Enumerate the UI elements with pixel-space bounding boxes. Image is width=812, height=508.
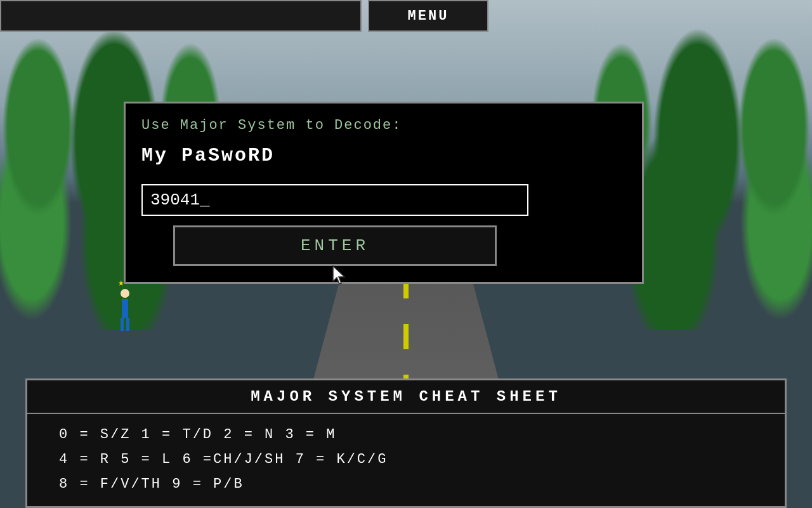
dialog-prompt: Use Major System to Decode: xyxy=(141,116,626,136)
cheat-row-1: 0 = S/Z 1 = T/D 2 = N 3 = M xyxy=(59,424,766,445)
svg-marker-0 xyxy=(333,266,344,284)
cheat-sheet-header: MAJOR SYSTEM CHEAT SHEET xyxy=(27,380,785,414)
bottom-panel: MAJOR SYSTEM CHEAT SHEET 0 = S/Z 1 = T/D… xyxy=(25,378,787,508)
menu-button-label: MENU xyxy=(408,8,449,24)
enter-button[interactable]: ENTER xyxy=(173,225,497,266)
dialog-box: Use Major System to Decode: My PaSwoRD E… xyxy=(124,102,644,284)
figure-head: ★ xyxy=(121,289,129,298)
answer-input[interactable] xyxy=(141,184,528,216)
figure-leg-right xyxy=(126,318,129,331)
dialog-word: My PaSwoRD xyxy=(141,145,626,166)
top-bar: MENU xyxy=(0,0,812,32)
figure-body xyxy=(122,299,128,318)
player-figure: ★ xyxy=(115,289,134,340)
menu-button[interactable]: MENU xyxy=(368,0,488,32)
cheat-sheet-content: 0 = S/Z 1 = T/D 2 = N 3 = M 4 = R 5 = L … xyxy=(27,414,785,506)
top-left-panel xyxy=(0,0,362,32)
cheat-row-3: 8 = F/V/TH 9 = P/B xyxy=(59,474,766,495)
figure-legs xyxy=(115,318,134,331)
figure-leg-left xyxy=(121,318,124,331)
cheat-row-2: 4 = R 5 = L 6 =CH/J/SH 7 = K/C/G xyxy=(59,449,766,470)
